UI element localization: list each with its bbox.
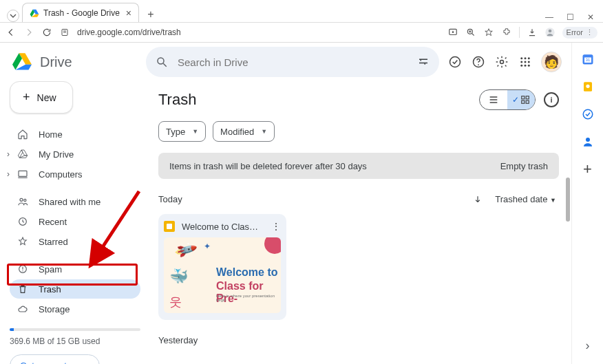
menu-dots-icon: ⋮	[586, 28, 593, 37]
extensions-icon[interactable]	[501, 27, 512, 38]
settings-icon[interactable]	[494, 54, 509, 69]
maximize-button[interactable]: ☐	[564, 12, 575, 22]
nav-mydrive[interactable]: My Drive	[10, 144, 140, 164]
filter-type[interactable]: Type▼	[158, 121, 206, 142]
svg-point-46	[583, 109, 593, 119]
brand[interactable]: Drive	[11, 52, 140, 72]
nav-home[interactable]: Home	[10, 125, 140, 144]
slides-icon	[164, 221, 175, 232]
svg-point-30	[528, 61, 530, 63]
tab-title: Trash - Google Drive	[43, 8, 120, 18]
account-avatar[interactable]: 🧑	[541, 52, 562, 72]
computer-icon	[17, 168, 29, 180]
new-tab-button[interactable]: +	[143, 7, 158, 22]
nav-forward-button[interactable]	[23, 27, 34, 38]
svg-point-26	[525, 57, 527, 59]
nav-shared[interactable]: Shared with me	[10, 192, 140, 211]
calendar-icon[interactable]: 31	[581, 52, 595, 66]
svg-rect-37	[522, 96, 525, 99]
cloud-icon	[17, 303, 29, 315]
bookmark-icon[interactable]	[483, 27, 494, 38]
contacts-icon[interactable]	[581, 135, 595, 149]
chevron-down-icon: ▼	[192, 128, 198, 135]
svg-point-19	[158, 58, 164, 64]
install-icon[interactable]	[447, 27, 458, 38]
svg-point-32	[525, 65, 527, 67]
svg-point-29	[525, 61, 527, 63]
svg-text:31: 31	[585, 58, 589, 62]
nav-spam[interactable]: Spam	[10, 259, 140, 279]
side-panel: 31 + ›	[571, 43, 603, 364]
view-list-button[interactable]	[480, 90, 507, 109]
svg-point-24	[500, 61, 504, 64]
svg-point-28	[520, 61, 522, 63]
zoom-icon[interactable]	[465, 27, 476, 38]
help-icon[interactable]	[471, 54, 486, 69]
sort-control[interactable]: Trashed date ▼	[473, 194, 556, 204]
new-button[interactable]: + New	[10, 81, 73, 114]
nav-starred[interactable]: Starred	[10, 232, 140, 251]
storage-block: 369.6 MB of 15 GB used Get more storage	[10, 328, 140, 364]
nav-back-button[interactable]	[6, 27, 17, 38]
reload-button[interactable]	[41, 27, 52, 38]
tab-search-button[interactable]	[7, 10, 19, 22]
download-icon[interactable]	[527, 27, 538, 38]
keep-icon[interactable]	[581, 80, 595, 94]
panel-collapse-icon[interactable]: ›	[586, 339, 590, 353]
error-chip[interactable]: Error ⋮	[562, 27, 597, 39]
home-icon	[17, 128, 29, 140]
details-icon[interactable]: i	[544, 92, 559, 107]
search-box[interactable]	[146, 47, 439, 77]
file-title: Welcome to Clas…	[182, 222, 258, 232]
view-toggle: ✓	[479, 89, 536, 110]
nav-trash[interactable]: Trash	[10, 279, 140, 299]
address-bar: drive.google.com/drive/trash Error ⋮	[0, 22, 603, 43]
search-options-icon[interactable]	[417, 56, 430, 68]
url-text[interactable]: drive.google.com/drive/trash	[77, 28, 181, 37]
get-storage-button[interactable]: Get more storage	[10, 354, 100, 364]
minimize-button[interactable]: —	[544, 12, 555, 22]
search-icon	[156, 56, 168, 68]
nav-computers[interactable]: Computers	[10, 164, 140, 184]
new-button-label: New	[37, 92, 56, 103]
nav: Home My Drive Computers Shared with me R…	[10, 125, 140, 319]
apps-icon[interactable]	[518, 54, 533, 69]
profile-icon[interactable]	[544, 27, 556, 38]
tasks-icon[interactable]	[581, 107, 595, 121]
window-controls: — ☐ ✕	[544, 10, 603, 22]
empty-trash-button[interactable]: Empty trash	[500, 161, 548, 171]
scroll-thumb[interactable]	[566, 178, 570, 222]
nav-storage[interactable]: Storage	[10, 299, 140, 319]
close-window-button[interactable]: ✕	[585, 12, 596, 22]
offline-icon[interactable]	[447, 54, 463, 69]
brand-name: Drive	[40, 54, 72, 70]
svg-point-17	[22, 270, 23, 271]
section-today: Today	[158, 194, 182, 204]
view-grid-button[interactable]: ✓	[507, 90, 535, 109]
svg-point-31	[520, 65, 522, 67]
filter-modified[interactable]: Modified▼	[213, 121, 275, 142]
sidebar: Drive + New Home My Drive Computers Shar…	[0, 43, 146, 364]
site-info-icon[interactable]	[59, 27, 70, 38]
svg-point-21	[450, 57, 461, 67]
trash-icon	[17, 283, 29, 295]
svg-point-33	[528, 65, 530, 67]
tab-close-icon[interactable]: ×	[126, 8, 131, 19]
browser-tab[interactable]: Trash - Google Drive ×	[22, 3, 139, 22]
svg-rect-40	[526, 100, 529, 103]
chevron-down-icon: ▼	[261, 128, 267, 135]
storage-text: 369.6 MB of 15 GB used	[10, 336, 140, 346]
chevron-down-icon: ▼	[550, 197, 556, 204]
nav-recent[interactable]: Recent	[10, 212, 140, 231]
addons-icon[interactable]: +	[581, 162, 595, 176]
spam-icon	[17, 263, 29, 275]
topbar: 🧑	[146, 47, 571, 77]
svg-point-27	[528, 57, 530, 59]
svg-point-9	[548, 30, 551, 33]
search-input[interactable]	[178, 56, 408, 68]
file-more-icon[interactable]: ⋮	[271, 221, 281, 232]
file-card[interactable]: Welcome to Clas… ⋮ 🚀 ✦ 🐳 웃 Welcome to Cl…	[158, 214, 286, 320]
plus-icon: +	[23, 90, 30, 105]
svg-rect-10	[19, 171, 27, 176]
notice-text: Items in trash will be deleted forever a…	[169, 161, 367, 171]
